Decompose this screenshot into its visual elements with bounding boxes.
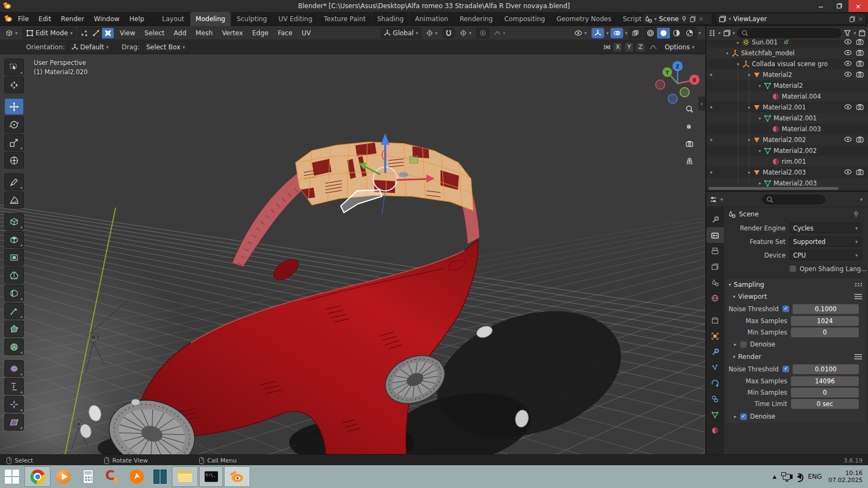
menu-render[interactable]: Render: [56, 15, 89, 23]
edge-select-button[interactable]: [90, 28, 102, 38]
tab-compositing[interactable]: Compositing: [499, 12, 551, 26]
tab-modifiers[interactable]: [706, 344, 724, 359]
eye-icon[interactable]: [844, 49, 852, 58]
speaker-icon[interactable]: [797, 474, 801, 479]
taskbar-media-player[interactable]: [52, 466, 75, 487]
pin-icon[interactable]: [853, 211, 859, 217]
tool-extrude-region[interactable]: [4, 231, 24, 248]
gizmo-neg-x-ball[interactable]: [656, 80, 665, 89]
mirror-icon[interactable]: [603, 43, 611, 51]
outliner-row-material[interactable]: Material.003: [706, 124, 868, 134]
grid-ortho-icon[interactable]: [682, 154, 697, 168]
tool-spin[interactable]: [4, 338, 24, 355]
tool-annotate[interactable]: [4, 174, 24, 190]
tool-shear[interactable]: [4, 414, 24, 431]
remove-viewlayer-icon[interactable]: ×: [858, 15, 863, 23]
camera-icon[interactable]: [856, 70, 864, 80]
viewport-noise-threshold-field[interactable]: 0.1000: [793, 304, 859, 314]
outliner-row-material2-003[interactable]: ▾ Material2.003: [706, 167, 868, 178]
gizmo-x-arrow[interactable]: [397, 179, 427, 180]
camera-icon[interactable]: [856, 49, 864, 58]
tab-view-layer[interactable]: [706, 259, 724, 274]
render-noise-threshold-field[interactable]: 0.0100: [793, 364, 859, 374]
tab-sculpting[interactable]: Sculpting: [231, 12, 273, 26]
transform-orientation-dropdown[interactable]: Global ▾: [381, 28, 422, 38]
eye-icon[interactable]: [844, 38, 852, 47]
chevron-down-icon[interactable]: ▾: [718, 30, 721, 36]
tab-world[interactable]: [706, 290, 724, 306]
tool-knife[interactable]: [4, 303, 24, 319]
tray-expand-icon[interactable]: ▲: [773, 474, 776, 479]
tool-smooth[interactable]: [4, 360, 24, 377]
viewport-min-samples-field[interactable]: 0: [791, 328, 859, 337]
mirror-y-button[interactable]: Y: [624, 42, 634, 52]
new-collection-icon[interactable]: [858, 29, 866, 37]
tab-output[interactable]: [706, 243, 724, 259]
proportional-editing-toggle[interactable]: [476, 28, 489, 38]
menu-help[interactable]: Help: [124, 15, 149, 23]
render-subpanel-header[interactable]: ▾ Render: [725, 351, 865, 363]
editor-type-button[interactable]: ▾: [2, 28, 21, 38]
outliner-row-mesh[interactable]: ▾ Material2.001: [706, 113, 868, 124]
preset-menu-icon[interactable]: [854, 354, 862, 359]
unlink-scene-icon[interactable]: ×: [698, 15, 704, 23]
menu-select[interactable]: Select: [141, 29, 168, 37]
navigation-gizmo[interactable]: Z Y X: [653, 59, 702, 107]
camera-icon[interactable]: [856, 136, 864, 145]
properties-options-dropdown[interactable]: ▾: [860, 197, 863, 202]
eye-icon[interactable]: [844, 60, 852, 69]
camera-icon[interactable]: [856, 103, 864, 112]
tool-move[interactable]: [4, 98, 24, 115]
blender-menu-icon[interactable]: [4, 15, 13, 23]
tool-measure[interactable]: [4, 191, 24, 208]
language-indicator[interactable]: ENG: [808, 473, 822, 480]
clock[interactable]: 10:16 07.02.2025: [828, 470, 863, 484]
taskbar-file-explorer[interactable]: [172, 466, 198, 487]
noise-threshold-checkbox[interactable]: [782, 365, 789, 373]
gizmo-neg-y-ball[interactable]: [680, 88, 690, 97]
snap-settings-dropdown[interactable]: ▾: [457, 28, 475, 38]
render-min-samples-field[interactable]: 0: [791, 388, 859, 397]
tool-transform[interactable]: [4, 152, 24, 169]
display-mode-icon[interactable]: [723, 29, 731, 37]
render-max-samples-field[interactable]: 14096: [791, 376, 859, 386]
zoom-icon[interactable]: [682, 102, 697, 116]
camera-view-icon[interactable]: [682, 137, 697, 151]
tab-layout[interactable]: Layout: [157, 12, 190, 26]
time-limit-field[interactable]: 0 sec: [791, 399, 859, 409]
drag-grip-icon[interactable]: [854, 282, 862, 287]
chevron-down-icon[interactable]: ▾: [720, 197, 723, 202]
gizmo-plane-z[interactable]: [399, 172, 409, 177]
tab-geometry-nodes[interactable]: Geometry Nodes: [551, 12, 617, 26]
outliner-row-sketchfab[interactable]: ▾ Sketchfab_model: [706, 48, 868, 59]
menu-view[interactable]: View: [116, 29, 139, 37]
mirror-x-button[interactable]: X: [613, 42, 622, 52]
falloff-icon[interactable]: [649, 43, 657, 51]
menu-file[interactable]: File: [13, 15, 34, 23]
orientation-setting-dropdown[interactable]: Default▾: [68, 42, 112, 53]
outliner-row-material2-001[interactable]: ▾ Material2.001: [706, 102, 868, 113]
tab-shading[interactable]: Shading: [372, 12, 410, 26]
xray-toggle[interactable]: [629, 28, 642, 38]
eye-icon[interactable]: [844, 70, 852, 80]
taskbar-chrome[interactable]: [24, 466, 50, 487]
filter-icon[interactable]: [844, 29, 851, 37]
gizmo-dropdown[interactable]: ▾: [606, 30, 609, 36]
sampling-panel-header[interactable]: ▾ Sampling: [725, 278, 865, 291]
rendered-shading-button[interactable]: [683, 28, 696, 38]
outliner-h-scrollbar[interactable]: [709, 187, 839, 190]
pivot-point-dropdown[interactable]: ▾: [423, 28, 441, 38]
overlays-dropdown[interactable]: ▾: [625, 30, 628, 36]
tool-edge-slide[interactable]: [4, 378, 24, 395]
outliner-row-mesh[interactable]: ▾ Material2: [706, 80, 868, 91]
chevron-down-icon[interactable]: ▾: [853, 30, 856, 36]
snap-toggle[interactable]: [442, 28, 455, 38]
show-hide-dropdown[interactable]: ▾: [571, 28, 590, 38]
outliner-row-material[interactable]: Material.004: [706, 91, 868, 102]
taskbar-command-prompt[interactable]: C:\_: [199, 466, 223, 487]
menu-face[interactable]: Face: [274, 29, 296, 37]
tool-add-cube[interactable]: [4, 213, 24, 230]
eye-icon[interactable]: [844, 136, 852, 145]
tool-loop-cut[interactable]: [4, 285, 24, 301]
tab-collection[interactable]: [706, 312, 724, 328]
